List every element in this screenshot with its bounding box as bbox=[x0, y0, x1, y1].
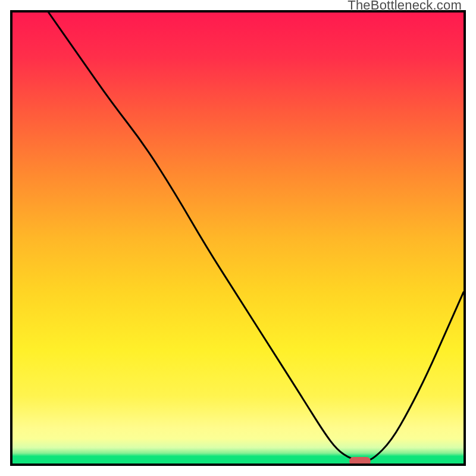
watermark-text: TheBottleneck.com bbox=[347, 0, 462, 13]
plot-area bbox=[12, 12, 464, 464]
optimum-marker bbox=[349, 457, 371, 464]
bottleneck-curve bbox=[12, 12, 464, 464]
chart-frame bbox=[10, 10, 466, 466]
